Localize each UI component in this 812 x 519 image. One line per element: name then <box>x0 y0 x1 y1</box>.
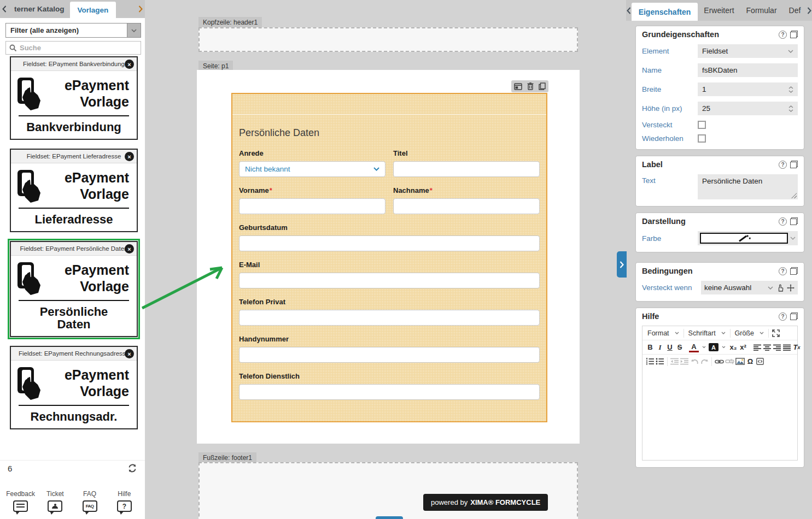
chevron-down-icon[interactable] <box>718 342 728 352</box>
duplicate-icon[interactable] <box>790 267 798 275</box>
close-icon[interactable]: × <box>125 349 134 358</box>
handynummer-input[interactable] <box>239 347 540 363</box>
help-circle-icon[interactable]: ? <box>779 217 787 226</box>
spinner-down-icon[interactable] <box>788 109 793 112</box>
help-circle-icon[interactable]: ? <box>779 267 787 275</box>
tab-vorlagen[interactable]: Vorlagen <box>70 2 116 18</box>
versteckt-checkbox[interactable] <box>698 121 706 129</box>
chevron-right-icon[interactable] <box>136 0 145 18</box>
anrede-select[interactable]: Nicht bekannt <box>239 161 385 177</box>
template-card-persoenliche-daten[interactable]: Fieldset: EPayment Persönliche Daten × e… <box>10 241 138 337</box>
spinner-up-icon[interactable] <box>788 86 793 89</box>
hilfe-editor-area[interactable] <box>642 368 797 460</box>
name-input[interactable]: fsBKDaten <box>698 63 798 77</box>
add-condition-icon[interactable] <box>787 284 795 292</box>
close-icon[interactable]: × <box>125 152 134 161</box>
faq-button[interactable]: FAQ FAQ <box>74 490 105 512</box>
remove-format-button[interactable]: Tx <box>792 342 802 352</box>
chevron-down-icon[interactable] <box>699 342 709 352</box>
help-circle-icon[interactable]: ? <box>779 161 787 169</box>
resize-grip-icon[interactable] <box>791 193 797 198</box>
indent-icon[interactable] <box>680 356 690 367</box>
special-char-button[interactable]: Ω <box>745 356 755 367</box>
refresh-icon[interactable] <box>127 464 137 473</box>
trash-icon[interactable] <box>527 82 534 90</box>
form-properties-icon[interactable] <box>514 83 522 90</box>
template-card-bankverbindung[interactable]: Fieldset: EPayment Bankverbindung × ePay… <box>10 56 138 140</box>
footer-drop-zone[interactable]: powered by XIMA® FORMCYCLE <box>198 462 578 519</box>
duplicate-icon[interactable] <box>790 31 798 38</box>
chevron-down-icon[interactable] <box>790 237 796 240</box>
align-left-icon[interactable] <box>752 342 762 352</box>
unlink-icon[interactable] <box>725 356 735 367</box>
tab-erweitert[interactable]: Erweitert <box>698 0 740 21</box>
element-select[interactable]: Fieldset <box>698 44 798 58</box>
link-icon[interactable] <box>714 356 725 367</box>
tab-formular[interactable]: Formular <box>740 0 783 21</box>
help-circle-icon[interactable]: ? <box>779 312 787 321</box>
help-button[interactable]: Hilfe ? <box>109 490 139 512</box>
chevron-down-icon[interactable] <box>127 23 141 37</box>
submit-button-partial[interactable] <box>376 516 403 519</box>
align-center-icon[interactable] <box>762 342 772 352</box>
telefon-dienstlich-input[interactable] <box>239 384 540 400</box>
fieldset-drop-strip[interactable] <box>232 94 546 115</box>
undo-icon[interactable] <box>690 356 699 367</box>
hoehe-stepper[interactable]: 25 <box>698 102 798 115</box>
wiederholen-checkbox[interactable] <box>698 134 706 143</box>
panel-collapse-handle[interactable] <box>617 251 627 278</box>
versteckt-wenn-select[interactable]: keine Auswahl <box>701 281 798 294</box>
label-text-textarea[interactable]: Persönliche Daten <box>698 174 798 199</box>
italic-button[interactable]: I <box>655 342 665 352</box>
fieldset-persoenliche-daten[interactable]: Persönliche Daten Anrede Nicht bekannt T… <box>231 93 547 422</box>
subscript-button[interactable]: x₂ <box>728 342 738 352</box>
close-icon[interactable]: × <box>125 244 134 253</box>
color-field[interactable] <box>700 233 788 244</box>
duplicate-icon[interactable] <box>790 217 798 225</box>
bold-button[interactable]: B <box>645 342 655 352</box>
close-icon[interactable]: × <box>125 60 134 69</box>
duplicate-icon[interactable] <box>790 312 798 320</box>
template-card-rechnungsadresse[interactable]: Fieldset: EPayment Rechnungsadresse × eP… <box>10 346 138 429</box>
maximize-icon[interactable] <box>771 328 781 338</box>
underline-button[interactable]: U <box>665 342 675 352</box>
image-icon[interactable] <box>735 356 745 367</box>
text-color-button[interactable]: A <box>689 342 699 352</box>
ordered-list-icon[interactable] <box>645 356 655 367</box>
feedback-button[interactable]: Feedback <box>5 490 36 512</box>
help-circle-icon[interactable]: ? <box>779 31 787 39</box>
chevron-left-icon[interactable] <box>626 0 632 21</box>
telefon-privat-input[interactable] <box>239 310 540 326</box>
superscript-button[interactable]: x² <box>738 342 748 352</box>
duplicate-icon[interactable] <box>790 161 798 168</box>
copy-icon[interactable] <box>539 82 546 90</box>
groesse-dropdown[interactable]: Größe <box>733 328 766 338</box>
titel-input[interactable] <box>393 161 540 177</box>
tab-def[interactable]: Def <box>783 0 807 21</box>
tab-externer-katalog[interactable]: terner Katalog <box>9 0 70 18</box>
outdent-icon[interactable] <box>670 356 680 367</box>
source-code-icon[interactable] <box>755 356 765 367</box>
ticket-button[interactable]: Ticket <box>40 490 71 512</box>
geburtsdatum-input[interactable] <box>239 235 540 251</box>
align-justify-icon[interactable] <box>782 342 792 352</box>
tab-eigenschaften[interactable]: Eigenschaften <box>632 3 698 21</box>
align-right-icon[interactable] <box>772 342 782 352</box>
schriftart-dropdown[interactable]: Schriftart <box>686 328 728 338</box>
redo-icon[interactable] <box>699 356 709 367</box>
template-card-lieferadresse[interactable]: Fieldset: EPayment Lieferadresse × ePaym… <box>10 149 138 232</box>
filter-select[interactable]: Filter (alle anzeigen) <box>5 23 141 38</box>
email-input[interactable] <box>239 273 540 288</box>
header-zone-label[interactable]: Kopfzeile: header1 <box>198 17 262 28</box>
chevron-left-icon[interactable] <box>0 0 9 18</box>
farbe-color-picker[interactable] <box>698 231 798 245</box>
spinner-up-icon[interactable] <box>788 105 793 108</box>
bullet-list-icon[interactable] <box>655 356 665 367</box>
spinner-down-icon[interactable] <box>788 90 793 93</box>
vorname-input[interactable] <box>239 198 385 214</box>
strikethrough-button[interactable]: S <box>675 342 685 352</box>
search-input[interactable] <box>20 44 137 52</box>
hand-pointer-icon[interactable] <box>776 284 784 292</box>
powered-by-button[interactable]: powered by XIMA® FORMCYCLE <box>423 494 548 511</box>
nachname-input[interactable] <box>393 198 540 214</box>
